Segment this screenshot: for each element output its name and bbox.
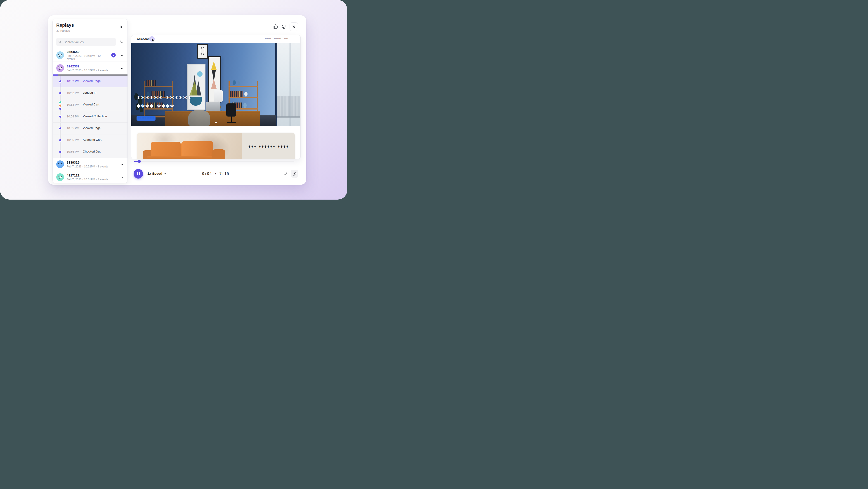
watched-check-badge [111,53,116,57]
shelf-vase [243,103,247,108]
art-triangle-yellow [211,61,217,70]
event-dot-stack [59,101,62,110]
event-time: 10:55 PM [67,138,79,142]
chevron-down-icon [121,176,124,179]
event-name: Viewed Collection [83,115,107,118]
shelf-board [228,86,258,87]
art-triangle-pink [211,79,217,89]
playback-progress-track[interactable] [134,161,294,162]
copy-link-button[interactable] [291,170,298,178]
event-dot [59,139,62,142]
hero-office-chair [226,104,236,117]
office-chair-base [227,122,236,123]
event-time: 10:54 PM [67,115,79,118]
session-meta: Feb 7, 2023 · 10:58PM · 12 events [67,54,108,61]
event-row[interactable]: 10:55 PM Added to Cart [53,134,127,146]
masked-nav-link: ******* [274,38,281,40]
hero-window-frame [289,43,290,126]
promo-couch-photo [137,133,242,159]
search-box[interactable] [56,38,116,46]
session-meta: Feb 7, 2023 · 10:52PM · 8 events [67,165,118,168]
hero-banner: ****** ****** **** **** **** ****** ****… [131,43,301,126]
promo-masked-text: *** ****** **** [248,145,289,150]
hero-cta-button[interactable]: **** ****** ********** [136,116,156,121]
chevron-up-icon [121,54,124,57]
check-icon [112,54,115,57]
event-row[interactable]: 10:54 PM Viewed Collection [53,111,127,122]
couch-back-cushion-right [181,141,213,158]
session-row-3654640[interactable]: 3654640 Feb 7, 2023 · 10:58PM · 12 event… [53,49,127,62]
collapse-session-button[interactable] [120,66,124,70]
event-name: Viewed Cart [83,103,99,106]
event-row[interactable]: 10:52 PM Viewed Page [53,76,127,87]
shelf-vase [244,92,248,97]
event-time: 10:52 PM [67,91,79,94]
event-dot [59,92,62,94]
chevron-down-icon [164,172,166,175]
session-meta: Feb 7, 2023 · 10:51PM · 8 events [67,178,118,181]
replay-modal: Replays 37 replays 3654640 [48,16,306,185]
event-row[interactable]: 10:53 PM Viewed Cart [53,99,127,111]
search-row [53,35,127,49]
event-time: 10:52 PM [67,80,79,83]
sort-icon [119,40,124,44]
masked-nav-link: ****** [265,38,271,40]
fullscreen-button[interactable] [283,171,289,177]
collapse-session-button[interactable] [120,53,124,57]
couch-back-cushion-left [151,142,181,158]
close-icon [292,25,296,29]
session-info: 4917121 Feb 7, 2023 · 10:51PM · 8 events [67,174,118,181]
pause-icon [139,172,140,175]
thumbs-down-icon [281,24,287,29]
event-row[interactable]: 10:56 PM Checked Out [53,146,127,158]
session-id: 3242332 [67,64,118,68]
event-name: Viewed Page [83,79,101,83]
hero-city-skyline [277,96,300,117]
site-logo: AcmeApp [137,37,149,40]
couch-seat [147,156,221,159]
art-sketch [201,47,204,55]
hero-shade-overlay [131,43,199,126]
sort-button[interactable] [119,39,124,45]
session-meta: Feb 7, 2023 · 10:52PM · 9 events [67,69,118,72]
event-name: Checked Out [83,150,101,153]
hero-masked-heading-line2: **** **** [136,103,175,112]
session-info: 8339325 Feb 7, 2023 · 10:52PM · 8 events [67,161,118,168]
cursor-icon [151,38,155,42]
event-row[interactable]: 10:52 PM Logged In [53,87,127,99]
session-avatar [56,161,64,168]
screen: Replays 37 replays 3654640 [0,0,347,200]
speed-selector[interactable]: 1x Speed [147,172,166,175]
collapse-sidebar-button[interactable] [119,24,124,30]
thumbs-up-button[interactable] [273,24,279,30]
session-row-3242332[interactable]: 3242332 Feb 7, 2023 · 10:52PM · 9 events [53,62,127,75]
event-dot-orange [59,104,62,107]
playback-progress-thumb[interactable] [138,160,141,163]
chevron-up-icon [121,67,124,70]
event-time: 10:53 PM [67,103,79,106]
carousel-dot[interactable] [215,122,217,123]
expand-session-button[interactable] [120,175,124,179]
session-info: 3654640 Feb 7, 2023 · 10:58PM · 12 event… [67,50,108,61]
hero-floor-lamp [214,90,223,102]
expand-session-button[interactable] [120,163,124,166]
event-name: Viewed Page [83,126,101,130]
collapse-left-icon [119,25,124,29]
hero-window-frame [275,43,277,126]
session-row-8339325[interactable]: 8339325 Feb 7, 2023 · 10:52PM · 8 events [53,158,127,171]
session-id: 3654640 [67,50,108,54]
pause-button[interactable] [133,169,143,178]
session-avatar [56,51,64,59]
thumbs-down-button[interactable] [281,24,287,30]
search-input[interactable] [63,40,114,44]
event-row[interactable]: 10:55 PM Viewed Page [53,122,127,134]
hero-laptop [206,102,220,111]
event-dot-teal [59,101,62,104]
link-icon [293,172,297,176]
session-avatar [56,64,64,72]
event-name: Added to Cart [83,138,101,141]
close-button[interactable] [289,22,298,31]
session-id: 4917121 [67,174,118,177]
session-id: 8339325 [67,161,118,164]
session-row-4917121[interactable]: 4917121 Feb 7, 2023 · 10:51PM · 8 events [53,171,127,183]
